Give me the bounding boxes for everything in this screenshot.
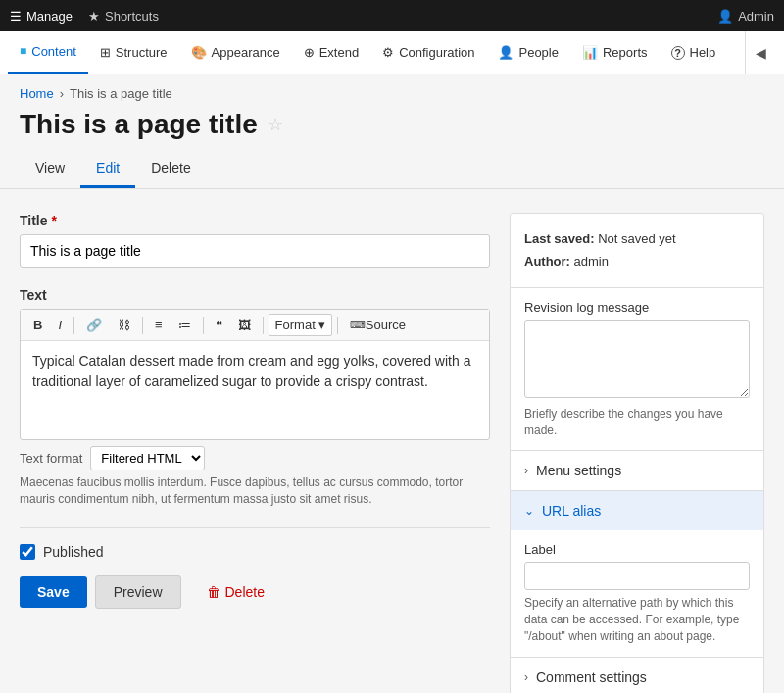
revision-log-body: Revision log message Briefly describe th… bbox=[511, 288, 763, 451]
menu-settings-header[interactable]: › Menu settings bbox=[511, 451, 763, 490]
delete-button[interactable]: 🗑 Delete bbox=[189, 576, 282, 608]
toolbar-bold[interactable]: B bbox=[26, 314, 49, 336]
collapse-icon: ◀ bbox=[756, 45, 766, 61]
toolbar-num-list[interactable]: ≔ bbox=[172, 314, 198, 336]
nav-structure-label: Structure bbox=[116, 45, 168, 60]
manage-nav[interactable]: ☰ Manage bbox=[10, 9, 73, 24]
breadcrumb-separator: › bbox=[60, 86, 64, 101]
nav-people[interactable]: 👤 People bbox=[486, 31, 569, 74]
config-icon: ⚙ bbox=[382, 45, 394, 60]
last-saved-label: Last saved: bbox=[524, 231, 595, 246]
url-alias-field-label: Label bbox=[524, 542, 750, 557]
tab-view[interactable]: View bbox=[20, 150, 80, 188]
nav-content-label: Content bbox=[31, 44, 76, 59]
nav-configuration-label: Configuration bbox=[399, 45, 474, 60]
author-label: Author: bbox=[524, 254, 570, 269]
editor-content: Typical Catalan dessert made from cream … bbox=[32, 353, 470, 389]
toolbar-separator-5 bbox=[337, 317, 338, 334]
trash-icon: 🗑 bbox=[207, 584, 220, 600]
title-input[interactable] bbox=[20, 234, 490, 268]
toolbar-blockquote[interactable]: ❝ bbox=[209, 314, 229, 336]
published-label: Published bbox=[43, 544, 104, 560]
save-button[interactable]: Save bbox=[20, 576, 87, 608]
sidebar-meta: Last saved: Not saved yet Author: admin bbox=[511, 214, 763, 288]
toolbar-separator-4 bbox=[263, 317, 264, 334]
nav-help-label: Help bbox=[690, 45, 716, 60]
help-icon: ? bbox=[671, 46, 685, 60]
url-alias-input[interactable] bbox=[524, 562, 750, 590]
page-header: Home › This is a page title This is a pa… bbox=[0, 74, 784, 140]
last-saved-value: Not saved yet bbox=[598, 231, 676, 246]
content-icon: ■ bbox=[20, 44, 26, 58]
breadcrumb: Home › This is a page title bbox=[20, 86, 764, 101]
shortcuts-label: Shortcuts bbox=[105, 9, 159, 24]
nav-reports-label: Reports bbox=[603, 45, 648, 60]
page-title: This is a page title bbox=[20, 109, 258, 140]
breadcrumb-current: This is a page title bbox=[70, 86, 172, 101]
author-row: Author: admin bbox=[524, 250, 750, 272]
breadcrumb-home[interactable]: Home bbox=[20, 86, 54, 101]
nav-structure[interactable]: ⊞ Structure bbox=[88, 31, 179, 74]
nav-content[interactable]: ■ Content bbox=[8, 31, 88, 74]
title-field-group: Title * bbox=[20, 213, 490, 268]
nav-appearance-label: Appearance bbox=[212, 45, 280, 60]
title-field-label: Title * bbox=[20, 213, 490, 228]
manage-label: Manage bbox=[26, 9, 73, 24]
star-icon: ★ bbox=[88, 9, 100, 24]
nav-help[interactable]: ? Help bbox=[660, 31, 728, 74]
admin-icon: 👤 bbox=[717, 9, 733, 24]
appearance-icon: 🎨 bbox=[191, 45, 207, 60]
revision-log-hint: Briefly describe the changes you have ma… bbox=[524, 406, 750, 439]
last-saved-row: Last saved: Not saved yet bbox=[524, 227, 750, 250]
admin-user[interactable]: 👤 Admin bbox=[717, 9, 774, 24]
sidebar-card: Last saved: Not saved yet Author: admin … bbox=[510, 213, 764, 693]
toolbar-image[interactable]: 🖼 bbox=[231, 314, 258, 336]
menu-settings-chevron: › bbox=[524, 464, 528, 477]
preview-button[interactable]: Preview bbox=[95, 575, 181, 609]
toolbar-format-dropdown[interactable]: Format ▾ bbox=[269, 314, 332, 336]
reports-icon: 📊 bbox=[582, 45, 598, 60]
source-label: Source bbox=[366, 318, 406, 332]
main-content: Title * Text B I 🔗 ⛓ ≡ ≔ bbox=[0, 189, 784, 693]
toolbar-source[interactable]: ⌨ Source bbox=[343, 314, 413, 336]
toolbar-unlink[interactable]: ⛓ bbox=[111, 314, 137, 336]
text-format-select[interactable]: Filtered HTML bbox=[90, 446, 205, 470]
structure-icon: ⊞ bbox=[100, 45, 111, 60]
nav-bar: ■ Content ⊞ Structure 🎨 Appearance ⊕ Ext… bbox=[0, 31, 784, 74]
favorite-icon[interactable]: ☆ bbox=[268, 114, 283, 135]
required-indicator: * bbox=[52, 213, 57, 228]
nav-reports[interactable]: 📊 Reports bbox=[570, 31, 660, 74]
url-alias-label: URL alias bbox=[542, 503, 601, 519]
divider bbox=[20, 527, 490, 528]
menu-settings-label: Menu settings bbox=[536, 463, 621, 478]
published-row: Published bbox=[20, 544, 490, 560]
nav-appearance[interactable]: 🎨 Appearance bbox=[179, 31, 292, 74]
text-field-label: Text bbox=[20, 287, 490, 303]
nav-extend[interactable]: ⊕ Extend bbox=[292, 31, 370, 74]
format-label: Format bbox=[275, 318, 316, 332]
url-alias-header[interactable]: ⌄ URL alias bbox=[511, 491, 763, 530]
tab-delete[interactable]: Delete bbox=[135, 150, 206, 188]
toolbar-italic[interactable]: I bbox=[51, 314, 69, 336]
page-tabs: View Edit Delete bbox=[0, 150, 784, 189]
toolbar-link[interactable]: 🔗 bbox=[79, 314, 109, 336]
comment-settings-header[interactable]: › Comment settings bbox=[511, 658, 763, 693]
editor-body[interactable]: Typical Catalan dessert made from cream … bbox=[21, 341, 489, 439]
nav-configuration[interactable]: ⚙ Configuration bbox=[370, 31, 486, 74]
published-checkbox[interactable] bbox=[20, 544, 35, 560]
nav-people-label: People bbox=[518, 45, 558, 60]
revision-log-textarea[interactable] bbox=[524, 320, 750, 398]
text-editor: B I 🔗 ⛓ ≡ ≔ ❝ 🖼 Format ▾ bbox=[20, 309, 490, 440]
form-area: Title * Text B I 🔗 ⛓ ≡ ≔ bbox=[20, 213, 490, 693]
nav-collapse-button[interactable]: ◀ bbox=[745, 31, 776, 74]
extend-icon: ⊕ bbox=[304, 45, 315, 60]
text-hint: Maecenas faucibus mollis interdum. Fusce… bbox=[20, 474, 490, 508]
tab-edit[interactable]: Edit bbox=[80, 150, 135, 188]
top-bar: ☰ Manage ★ Shortcuts 👤 Admin bbox=[0, 0, 784, 31]
shortcuts-nav[interactable]: ★ Shortcuts bbox=[88, 9, 159, 24]
url-alias-body: Label Specify an alternative path by whi… bbox=[511, 530, 763, 656]
comment-settings-section: › Comment settings bbox=[511, 658, 763, 693]
url-alias-hint: Specify an alternative path by which thi… bbox=[524, 595, 750, 644]
toolbar-bullet-list[interactable]: ≡ bbox=[148, 314, 170, 336]
menu-settings-section: › Menu settings bbox=[511, 451, 763, 491]
